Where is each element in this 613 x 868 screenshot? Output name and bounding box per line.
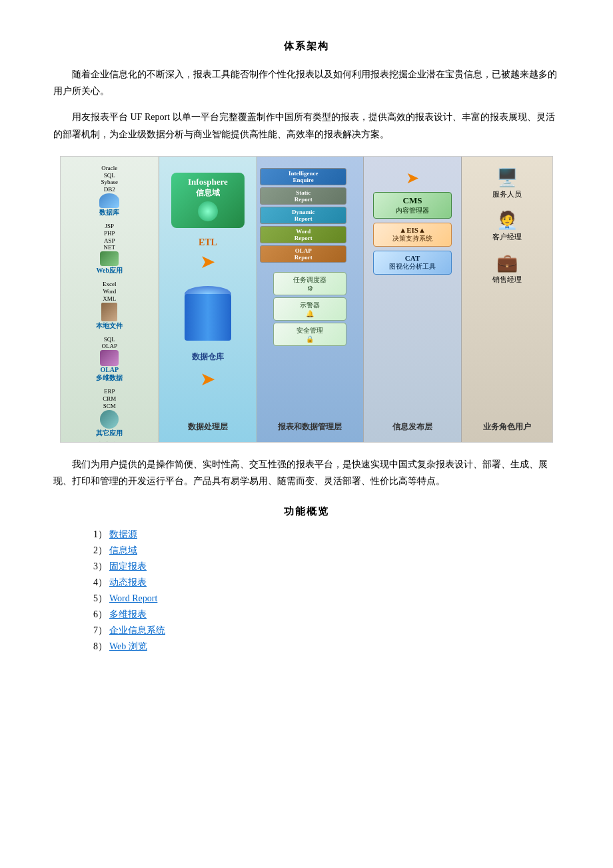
infosphere-box: Infosphere 信息域 <box>171 169 245 232</box>
list-item-7: 7） 企业信息系统 <box>93 625 560 637</box>
feature-list: 1） 数据源 2） 信息域 3） 固定报表 4） 动态报表 5） Word Re… <box>93 529 560 653</box>
alert-manager: 示警器🔔 <box>273 297 346 321</box>
client-manager-icon: 🧑‍💼 <box>496 210 518 231</box>
list-link-infodomain[interactable]: 信息域 <box>109 545 137 557</box>
col-publish-label: 信息发布层 <box>392 421 432 437</box>
list-item-4: 4） 动态报表 <box>93 577 560 589</box>
db-icon <box>99 193 119 208</box>
list-link-web-browse[interactable]: Web 浏览 <box>109 641 147 653</box>
list-num-8: 8） <box>93 641 109 653</box>
list-item-3: 3） 固定报表 <box>93 561 560 573</box>
col-users-label: 业务角色用户 <box>483 421 531 437</box>
report-olap: OLAPReport <box>260 245 346 263</box>
intro-paragraph-2: 用友报表平台 UF Report 以单一平台完整覆盖制作中国所有类型的报表，提供… <box>53 109 560 142</box>
list-num-3: 3） <box>93 561 109 573</box>
list-num-5: 5） <box>93 593 109 605</box>
col-datasource: OracleSQLSybaseDB2 数据库 JSPPHPASPNET Web应… <box>61 157 159 442</box>
file-icon <box>101 303 117 321</box>
diagram-box: OracleSQLSybaseDB2 数据库 JSPPHPASPNET Web应… <box>60 156 553 443</box>
sales-manager-icon: 💼 <box>496 253 518 273</box>
col-processing-label: 数据处理层 <box>188 421 228 437</box>
etl-label: ETL <box>199 237 217 248</box>
user-sales-manager: 💼 销售经理 <box>492 253 522 285</box>
list-item-1: 1） 数据源 <box>93 529 560 541</box>
list-link-word-report[interactable]: Word Report <box>109 593 157 604</box>
col-processing: Infosphere 信息域 ETL ➤ 数据仓库 ➤ <box>159 157 258 442</box>
client-manager-label: 客户经理 <box>492 232 522 242</box>
report-items-group: IntelligenceEnquire StaticReport Dynamic… <box>260 166 360 265</box>
section2-title: 功能概览 <box>53 505 560 518</box>
etl-arrow-icon: ➤ <box>200 251 215 273</box>
list-link-datasource[interactable]: 数据源 <box>109 529 137 541</box>
report-static: StaticReport <box>260 187 346 205</box>
list-num-4: 4） <box>93 577 109 589</box>
list-item-2: 2） 信息域 <box>93 545 560 557</box>
list-num-6: 6） <box>93 609 109 621</box>
sales-manager-label: 销售经理 <box>492 275 522 285</box>
col-report-label: 报表和数据管理层 <box>278 421 342 437</box>
list-num-1: 1） <box>93 529 109 541</box>
list-item-6: 6） 多维报表 <box>93 609 560 621</box>
user-service: 🖥️ 服务人员 <box>492 167 522 199</box>
infosphere-globe-icon <box>198 201 218 221</box>
col-report: IntelligenceEnquire StaticReport Dynamic… <box>257 157 364 442</box>
cat-box: CAT 图视化分析工具 <box>373 251 452 275</box>
service-person-icon: 🖥️ <box>496 167 518 188</box>
warehouse-arrow-icon: ➤ <box>200 368 215 390</box>
security-manager: 安全管理🔒 <box>273 323 346 346</box>
architecture-diagram: OracleSQLSybaseDB2 数据库 JSPPHPASPNET Web应… <box>53 156 560 443</box>
intro-paragraph-1: 随着企业信息化的不断深入，报表工具能否制作个性化报表以及如何利用报表挖掘企业潜在… <box>53 66 560 99</box>
list-link-dynamic-report[interactable]: 动态报表 <box>109 577 147 589</box>
erp-icon <box>100 410 119 429</box>
mgmt-items-group: 任务调度器⚙ 示警器🔔 安全管理🔒 <box>260 270 360 348</box>
data-warehouse: 数据仓库 <box>185 281 231 363</box>
report-intelligence: IntelligenceEnquire <box>260 168 346 185</box>
ds-web: JSPPHPASPNET Web应用 <box>97 223 123 275</box>
publish-arrow-icon: ➤ <box>406 169 419 187</box>
page-title: 体系架构 <box>53 40 560 53</box>
service-person-label: 服务人员 <box>492 189 522 199</box>
olap-icon <box>100 350 119 366</box>
task-scheduler: 任务调度器⚙ <box>273 272 346 295</box>
ds-file: ExcelWordXML 本地文件 <box>96 281 123 330</box>
cylinder-icon <box>185 286 231 346</box>
list-link-static-report[interactable]: 固定报表 <box>109 561 147 573</box>
ds-db: OracleSQLSybaseDB2 数据库 <box>99 165 119 217</box>
web-icon <box>100 251 119 266</box>
list-item-5: 5） Word Report <box>93 593 560 605</box>
list-link-olap-report[interactable]: 多维报表 <box>109 609 147 621</box>
summary-paragraph: 我们为用户提供的是操作简便、实时性高、交互性强的报表平台，是快速实现中国式复杂报… <box>53 456 560 489</box>
user-client-manager: 🧑‍💼 客户经理 <box>492 210 522 242</box>
list-item-8: 8） Web 浏览 <box>93 641 560 653</box>
col-datasource-label: 数据源 <box>97 441 121 443</box>
warehouse-label: 数据仓库 <box>185 351 231 363</box>
col-users: 🖥️ 服务人员 🧑‍💼 客户经理 💼 销售经理 业务角色用户 <box>462 157 552 442</box>
list-link-eis[interactable]: 企业信息系统 <box>109 625 165 637</box>
report-dynamic: DynamicReport <box>260 207 346 224</box>
ds-olap: SQLOLAP OLAP多维数据 <box>96 336 123 383</box>
ds-erp: ERPCRMSCM 其它应用 <box>96 388 123 437</box>
eis-box: ▲EIS▲ 决策支持系统 <box>373 223 452 247</box>
list-num-2: 2） <box>93 545 109 557</box>
list-num-7: 7） <box>93 625 109 637</box>
cms-box: CMS 内容管理器 <box>373 192 452 219</box>
col-publish: ➤ CMS 内容管理器 ▲EIS▲ 决策支持系统 CAT 图视化分析工具 信息发… <box>364 157 462 442</box>
report-word: WordReport <box>260 226 346 243</box>
